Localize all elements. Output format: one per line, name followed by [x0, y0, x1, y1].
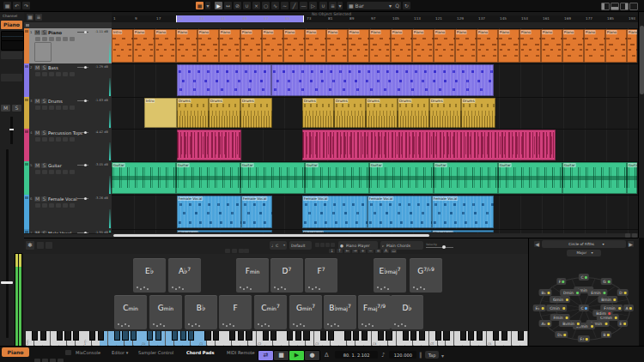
clip[interactable]: Female Vocal: [241, 196, 272, 228]
black-key[interactable]: [57, 331, 63, 341]
clip[interactable]: Piano: [434, 29, 455, 63]
track-control-button[interactable]: [56, 37, 61, 41]
clip[interactable]: Piano: [391, 29, 412, 63]
track-row-bass[interactable]: 2MSBass-1.29 dB: [24, 63, 112, 98]
channel-name-chip[interactable]: Piano: [1, 21, 22, 29]
track-control-button[interactable]: [63, 203, 68, 208]
black-key[interactable]: [303, 331, 309, 341]
track-row-guitar[interactable]: 5MSGuitar-3.05 dB: [24, 161, 112, 196]
cof-minor-8[interactable]: Fmin: [550, 314, 570, 321]
snap-expand-icon[interactable]: ▾: [205, 2, 210, 9]
track-filter-icon[interactable]: ≡: [35, 14, 42, 21]
clip[interactable]: Drums: [177, 98, 209, 128]
clip[interactable]: Piano: [455, 29, 477, 63]
clip[interactable]: Female Vocal: [302, 196, 368, 228]
left-zone-toggle-icon[interactable]: [601, 3, 610, 10]
lower-zone-tabs-icon[interactable]: [65, 350, 71, 355]
clip[interactable]: Intro: [144, 98, 177, 128]
track-solo-button[interactable]: S: [41, 65, 47, 70]
track-control-button[interactable]: [42, 170, 47, 174]
clip[interactable]: Piano: [262, 29, 283, 63]
track-volume-handle[interactable]: [84, 31, 87, 33]
black-key[interactable]: [238, 331, 244, 341]
clip[interactable]: Piano: [326, 29, 348, 63]
black-key[interactable]: [172, 331, 178, 341]
black-key[interactable]: [501, 331, 507, 341]
cof-major-1[interactable]: G: [601, 278, 612, 285]
pads-transpose-icon[interactable]: ▭: [391, 249, 397, 253]
lower-zone-toggle-icon[interactable]: [611, 3, 619, 10]
cof-major-2[interactable]: D: [617, 289, 629, 296]
redo-icon[interactable]: ↷: [22, 2, 30, 9]
clip[interactable]: Male Vocal: [177, 230, 272, 232]
cof-major-8[interactable]: A♭: [538, 320, 551, 327]
track-record-arm-button[interactable]: [35, 37, 40, 41]
clip[interactable]: Piano: [133, 29, 155, 63]
track-control-button[interactable]: [70, 72, 75, 76]
cof-minor-2[interactable]: Bmin: [598, 296, 617, 303]
black-key[interactable]: [32, 331, 38, 341]
clip[interactable]: Piano: [412, 29, 434, 63]
track-volume-handle[interactable]: [84, 164, 87, 166]
clip[interactable]: Piano: [562, 29, 584, 63]
clip[interactable]: Male Vocal: [432, 230, 494, 232]
track-record-arm-button[interactable]: [35, 106, 40, 110]
track-control-button[interactable]: [56, 106, 61, 110]
workspace-icon[interactable]: ▦: [3, 2, 11, 9]
track-control-button[interactable]: [42, 203, 47, 208]
track-volume-handle[interactable]: [84, 66, 87, 69]
black-key[interactable]: [73, 331, 79, 341]
track-solo-button[interactable]: S: [41, 231, 47, 234]
black-key[interactable]: [344, 331, 350, 341]
clip[interactable]: Female Vocal: [368, 196, 432, 228]
cof-scale-dropdown[interactable]: Major ▾: [567, 250, 601, 256]
track-record-arm-button[interactable]: [35, 72, 40, 76]
black-key[interactable]: [64, 331, 70, 341]
track-control-button[interactable]: [56, 72, 61, 76]
pads-option-icon-1[interactable]: [315, 243, 319, 247]
track-mute-button[interactable]: M: [34, 231, 40, 234]
track-volume-slider[interactable]: [77, 232, 88, 233]
track-control-button[interactable]: [70, 203, 75, 208]
pads-transpose-icon[interactable]: +: [360, 249, 366, 253]
clip[interactable]: Guitar: [240, 162, 305, 194]
pads-page-nav-icon[interactable]: [232, 249, 237, 253]
snap-grid-icon[interactable]: ▦: [196, 2, 204, 9]
pads-transpose-icon[interactable]: A: [383, 249, 389, 253]
mute-tool-icon[interactable]: ∿: [271, 2, 279, 9]
pads-option-icon-4[interactable]: [331, 243, 335, 247]
tab-chord-pads[interactable]: Chord Pads: [186, 350, 215, 355]
black-key[interactable]: [386, 331, 392, 341]
black-key[interactable]: [353, 331, 359, 341]
black-key[interactable]: [114, 331, 120, 341]
black-key[interactable]: [270, 331, 276, 341]
cof-major-9[interactable]: E♭: [533, 305, 546, 311]
time-warp-tool-icon[interactable]: ~: [281, 2, 289, 9]
black-key[interactable]: [435, 331, 441, 341]
solo-button[interactable]: S: [12, 105, 21, 112]
clip[interactable]: Guitar: [305, 162, 369, 194]
track-mute-button[interactable]: M: [34, 99, 40, 104]
black-key[interactable]: [443, 331, 449, 341]
clip[interactable]: Female Vocal: [432, 196, 494, 228]
cof-major-5[interactable]: B: [601, 331, 611, 338]
track-control-button[interactable]: [49, 170, 54, 174]
clip[interactable]: Guitar: [112, 162, 176, 194]
pads-transpose-icon[interactable]: ↓: [329, 249, 335, 253]
clip[interactable]: [177, 64, 271, 96]
track-mute-button[interactable]: M: [34, 65, 40, 70]
track-row-male-vocal[interactable]: 7MSMale Vocal-1.95 dB: [24, 229, 112, 234]
clip[interactable]: Intro: [112, 29, 133, 63]
cof-diminished[interactable]: Bdim: [592, 310, 612, 317]
track-control-button[interactable]: [42, 72, 47, 76]
cof-minor-10[interactable]: Gmin: [550, 296, 570, 303]
black-key[interactable]: [410, 331, 416, 341]
song-position-display[interactable]: 80. 1. 2.102: [335, 351, 378, 359]
setup-window-layout-icon[interactable]: [629, 3, 638, 10]
channel-curve-display[interactable]: [1, 40, 24, 51]
black-key[interactable]: [468, 331, 474, 341]
track-control-button[interactable]: [42, 137, 47, 142]
metronome-icon[interactable]: ∆: [325, 351, 329, 360]
clip[interactable]: Drums: [334, 98, 366, 128]
track-control-button[interactable]: [42, 37, 47, 41]
